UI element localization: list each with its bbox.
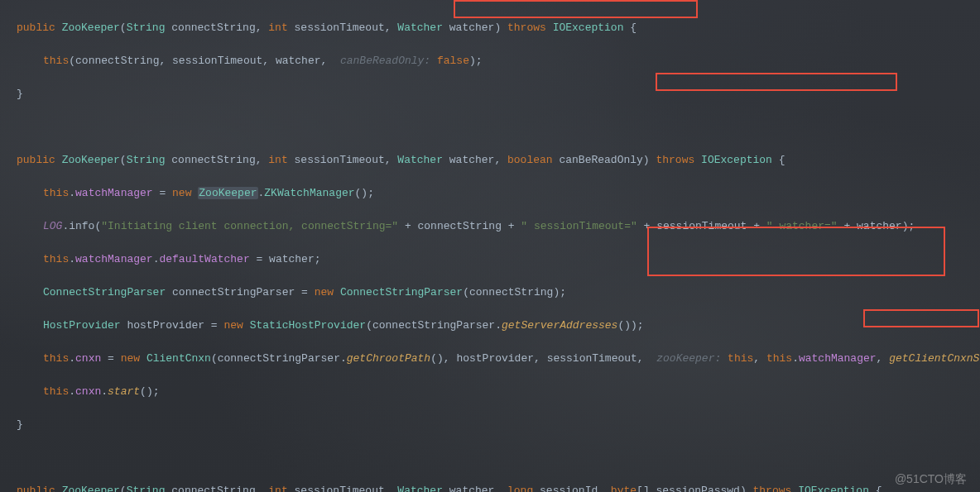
code-line: public ZooKeeper(String connectString, i… bbox=[0, 20, 980, 36]
code-line: } bbox=[0, 86, 980, 103]
blank-line bbox=[0, 450, 980, 466]
code-line: this.cnxn = new ClientCnxn(connectString… bbox=[0, 351, 980, 367]
code-line: public ZooKeeper(String connectString, i… bbox=[0, 483, 980, 492]
code-line: this.watchManager.defaultWatcher = watch… bbox=[0, 251, 980, 268]
code-line: public ZooKeeper(String connectString, i… bbox=[0, 152, 980, 169]
code-editor[interactable]: public ZooKeeper(String connectString, i… bbox=[0, 3, 980, 492]
watermark: @51CTO博客 bbox=[895, 471, 967, 487]
code-line: HostProvider hostProvider = new StaticHo… bbox=[0, 318, 980, 334]
code-line: } bbox=[0, 417, 980, 433]
code-line: this.cnxn.start(); bbox=[0, 384, 980, 400]
blank-line bbox=[0, 119, 980, 136]
code-line: ConnectStringParser connectStringParser … bbox=[0, 284, 980, 301]
code-line: this.watchManager = new ZooKeeper.ZKWatc… bbox=[0, 185, 980, 202]
code-line: LOG.info("Initiating client connection, … bbox=[0, 218, 980, 235]
code-line: this(connectString, sessionTimeout, watc… bbox=[0, 53, 980, 69]
